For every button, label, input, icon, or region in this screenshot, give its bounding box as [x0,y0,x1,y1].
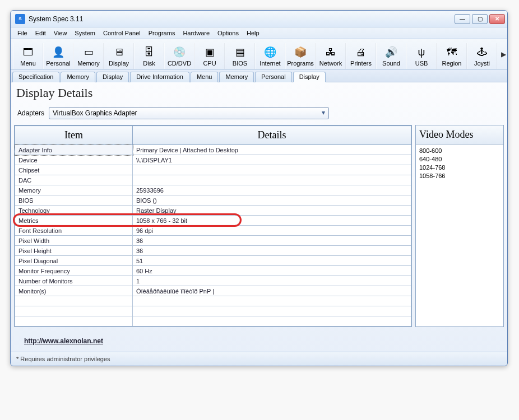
menu-hardware[interactable]: Hardware [179,29,213,38]
toolbar-label: Joysti [474,60,490,67]
toolbar-label: CD/DVD [168,60,191,67]
col-header-details[interactable]: Details [133,126,411,145]
menu-help[interactable]: Help [243,29,263,38]
toolbar-cd-dvd[interactable]: 💿CD/DVD [164,43,194,69]
table-row[interactable]: Adapter InfoPrimary Device | Attached to… [15,145,411,155]
menu-edit[interactable]: Edit [32,29,49,38]
menu-file[interactable]: File [14,29,31,38]
col-header-item[interactable]: Item [15,126,133,145]
toolbar-region[interactable]: 🗺Region [437,43,467,69]
table-row[interactable]: Pixel Height36 [15,246,411,256]
table-row[interactable]: DAC [15,175,411,185]
toolbar-cpu[interactable]: ▣CPU [194,43,225,69]
cell-item: DAC [15,175,133,185]
cell-item: Technology [15,206,133,216]
sound-icon: 🔊 [383,44,399,60]
adapter-select[interactable]: VirtualBox Graphics Adapter [49,107,329,119]
display-icon: 🖥 [111,44,127,60]
toolbar-personal[interactable]: 👤Personal [43,43,73,69]
video-mode-item[interactable]: 1058-766 [419,172,500,180]
toolbar-programs[interactable]: 📦Programs [285,43,316,69]
cell-item: Pixel Height [15,246,133,256]
menu-programs[interactable]: Programs [145,29,179,38]
table-row[interactable]: Number of Monitors1 [15,276,411,286]
table-row[interactable]: Monitor(s)Óíèâåðñàëüíûé ìîíèòîð PnP | [15,286,411,296]
cell-details: BIOS () [133,195,411,206]
cell-details: 36 [133,246,411,256]
tab-display[interactable]: Display [293,72,326,82]
table-row[interactable]: Metrics1058 x 766 - 32 bit [15,216,411,226]
window-title: System Spec 3.11 [29,15,455,23]
toolbar-printers[interactable]: 🖨Printers [346,43,376,69]
table-row[interactable]: Pixel Diagonal51 [15,256,411,266]
cell-details [133,175,411,185]
menu-system[interactable]: System [71,29,99,38]
toolbar-label: Disk [143,60,155,67]
content-panel: Display Details Adapters VirtualBox Grap… [11,82,507,352]
cell-details: 51 [133,256,411,266]
adapter-selected-value: VirtualBox Graphics Adapter [53,109,137,117]
toolbar-memory[interactable]: ▭Memory [73,43,104,69]
menu-options[interactable]: Options [214,29,242,38]
table-row[interactable]: TechnologyRaster Display [15,206,411,216]
toolbar-usb[interactable]: ψUSB [406,43,437,69]
tab-display[interactable]: Display [96,72,129,82]
toolbar-label: Printers [350,60,372,67]
menu-control-panel[interactable]: Control Panel [100,29,144,38]
toolbar-label: Network [319,60,342,67]
main-grid: Item Details Adapter InfoPrimary Device … [14,125,504,327]
toolbar-label: CPU [203,60,216,67]
toolbar-network[interactable]: 🖧Network [316,43,346,69]
table-row[interactable]: Memory25933696 [15,185,411,195]
cell-details: Raster Display [133,206,411,216]
table-row[interactable]: Chipset [15,165,411,175]
menu-view[interactable]: View [50,29,71,38]
close-button[interactable]: ✕ [489,14,505,24]
toolbar-disk[interactable]: 🗄Disk [134,43,164,69]
video-mode-item[interactable]: 1024-768 [419,164,500,172]
app-icon: S [15,14,25,24]
cell-details [133,165,411,175]
toolbar-label: Menu [20,60,36,67]
menu-icon: 🗔 [20,44,36,60]
toolbar-label: Personal [46,60,70,67]
toolbar-label: Memory [77,60,100,67]
minimize-button[interactable]: — [455,14,470,24]
video-mode-item[interactable]: 800-600 [419,147,500,155]
cell-item: BIOS [15,195,133,206]
joysti-icon: 🕹 [474,44,490,60]
tab-personal[interactable]: Personal [255,72,291,82]
cell-details: Primary Device | Attached to Desktop [133,145,411,155]
table-row[interactable]: Font Resolution96 dpi [15,226,411,236]
toolbar-menu[interactable]: 🗔Menu [13,43,43,69]
toolbar-internet[interactable]: 🌐Internet [255,43,285,69]
toolbar-label: Programs [287,60,314,67]
bios-icon: ▤ [232,44,248,60]
tab-menu[interactable]: Menu [191,72,219,82]
maximize-button[interactable]: ▢ [472,14,488,24]
tab-memory[interactable]: Memory [61,72,95,82]
cell-item: Pixel Width [15,236,133,246]
table-row[interactable]: BIOSBIOS () [15,195,411,206]
memory-icon: ▭ [81,44,96,60]
toolbar-sound[interactable]: 🔊Sound [376,43,406,69]
table-row[interactable]: Device\\.\DISPLAY1 [15,155,411,165]
tab-specification[interactable]: Specification [12,72,59,82]
footer-link[interactable]: http://www.alexnolan.net [14,327,504,348]
tab-memory[interactable]: Memory [219,72,254,82]
tab-drive-information[interactable]: Drive Information [130,72,189,82]
toolbar-label: USB [415,60,428,67]
table-row[interactable]: Monitor Frequency60 Hz [15,266,411,276]
cell-item: Monitor Frequency [15,266,133,276]
network-icon: 🖧 [323,44,339,60]
toolbar-bios[interactable]: ▤BIOS [225,43,255,69]
video-modes-panel: Video Modes 800-600640-4801024-7681058-7… [415,125,504,327]
video-mode-item[interactable]: 640-480 [419,155,500,164]
cpu-icon: ▣ [202,44,217,60]
toolbar-display[interactable]: 🖥Display [104,43,134,69]
table-row[interactable]: Pixel Width36 [15,236,411,246]
toolbar-joysti[interactable]: 🕹Joysti [467,43,497,69]
table-row-empty [15,316,411,326]
cell-item: Number of Monitors [15,276,133,286]
toolbar-overflow-icon[interactable]: ▶ [501,50,506,58]
